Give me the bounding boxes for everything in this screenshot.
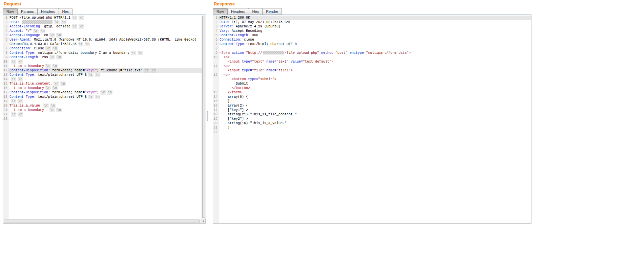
code-line[interactable]: <input type="text" name="text" value="te… xyxy=(213,60,531,64)
code-line[interactable]: 23 xyxy=(3,117,202,121)
response-tab-hex[interactable]: Hex xyxy=(249,8,263,15)
arrow-down-icon: ▾ xyxy=(203,220,204,222)
code-line[interactable]: 2Date: Fri, 07 May 2021 08:26:15 GMT xyxy=(213,20,531,24)
code-line[interactable]: 3Accept-Encoding: gzip, deflate\r\n xyxy=(3,24,202,29)
request-editor[interactable]: 1POST /file_upload.php HTTP/1.1\r\n2Host… xyxy=(3,15,206,224)
code-line[interactable]: 6Connection: close xyxy=(213,38,531,42)
code-line[interactable]: 21--I_am_a_boundary--\r\n xyxy=(3,108,202,112)
code-text: Accept: */*\r\n xyxy=(8,29,202,33)
request-scroll-down-button[interactable]: ▾ xyxy=(202,219,206,223)
code-line[interactable]: 1HTTP/1.1 200 OK xyxy=(213,16,531,20)
code-text: <p> xyxy=(219,73,531,77)
code-line[interactable]: 20This_is_a_value.\r\n xyxy=(3,104,202,108)
code-line[interactable]: 1POST /file_upload.php HTTP/1.1\r\n xyxy=(3,16,202,20)
code-line[interactable]: 14 array(0) { xyxy=(213,95,531,99)
code-token: enctype= xyxy=(348,51,366,55)
request-tab-headers[interactable]: Headers xyxy=(37,8,59,15)
code-line[interactable]: 3Server: Apache/2.4.29 (Ubuntu) xyxy=(213,24,531,29)
code-token: --I_am_a_boundary-- xyxy=(9,108,48,112)
code-line[interactable]: 8Content-Type: multipart/form-data; boun… xyxy=(3,51,202,55)
code-token: --I_am_a_boundary xyxy=(9,64,44,68)
code-token: "file" xyxy=(252,69,264,72)
panel-splitter[interactable] xyxy=(206,15,213,224)
code-text: ["key2"]=> xyxy=(219,117,531,121)
crlf-marker: \r xyxy=(49,55,55,60)
code-line[interactable]: 5Content-Length: 366 xyxy=(213,33,531,38)
code-line[interactable]: 17Content-Disposition: form-data; name="… xyxy=(3,90,202,95)
request-horizontal-scrollbar[interactable] xyxy=(3,219,202,223)
code-line[interactable]: Submit xyxy=(213,82,531,86)
code-line[interactable]: 6User-Agent: Mozilla/5.0 (Windows NT 10.… xyxy=(3,38,202,42)
code-text: string(21) "This_is_file_content." xyxy=(219,112,531,117)
request-horizontal-scroll-thumb[interactable] xyxy=(4,220,200,223)
code-line[interactable]: 12Content-Disposition: form-data; name="… xyxy=(3,68,202,73)
request-tab-raw[interactable]: Raw xyxy=(3,8,18,15)
response-code-area[interactable]: 1HTTP/1.1 200 OK2Date: Fri, 07 May 2021 … xyxy=(213,16,531,223)
code-line[interactable]: 15 } xyxy=(213,99,531,104)
code-token: <p> xyxy=(224,73,230,77)
code-line[interactable]: 8 xyxy=(213,46,531,51)
line-number: 6 xyxy=(213,38,219,42)
request-vertical-scroll-thumb[interactable] xyxy=(202,16,205,218)
crlf-marker: \n xyxy=(18,60,23,64)
code-line[interactable]: 12 <p> xyxy=(213,73,531,77)
code-line[interactable]: 20 string(16) "This_is_a_value." xyxy=(213,121,531,125)
request-tab-params[interactable]: Params xyxy=(17,8,38,15)
line-number: 1 xyxy=(213,16,219,20)
code-token: Vary: xyxy=(220,29,230,33)
code-line[interactable]: 11--I_am_a_boundary\r\n xyxy=(3,64,202,68)
line-number: 11 xyxy=(3,64,8,68)
code-line[interactable]: 11 <p> xyxy=(213,64,531,68)
code-line[interactable]: 9<form action="http:///file_upload.php" … xyxy=(213,51,531,55)
code-line[interactable]: 7Connection: close\r\n xyxy=(3,46,202,51)
code-line[interactable]: 17 ["key1"]=> xyxy=(213,108,531,112)
line-number: 8 xyxy=(3,51,8,55)
crlf-marker: \n xyxy=(52,46,58,51)
code-line[interactable]: 16 array(2) { xyxy=(213,104,531,108)
response-tab-headers[interactable]: Headers xyxy=(227,8,249,15)
code-token: gzip, deflate xyxy=(42,25,70,28)
code-line[interactable]: 15This_is_file_content.\r\n xyxy=(3,82,202,86)
code-line[interactable]: Chrome/83.0.4103.61 Safari/537.36\r\n xyxy=(3,42,202,46)
code-line[interactable]: 22\r\n xyxy=(3,112,202,117)
code-line[interactable]: 4Accept: */*\r\n xyxy=(3,29,202,33)
request-code-area[interactable]: 1POST /file_upload.php HTTP/1.1\r\n2Host… xyxy=(3,16,202,219)
crlf-marker: \n xyxy=(56,55,62,60)
code-line[interactable]: 21 } xyxy=(213,125,531,130)
code-line[interactable]: 19\r\n xyxy=(3,99,202,104)
request-tab-hex[interactable]: Hex xyxy=(59,8,73,15)
code-line[interactable]: 4Vary: Accept-Encoding xyxy=(213,29,531,33)
line-number: 7 xyxy=(3,46,8,51)
code-line[interactable]: 16--I_am_a_boundary\r\n xyxy=(3,86,202,90)
code-line[interactable]: 18Content-Type: text/plain;charset=UTF-8… xyxy=(3,95,202,99)
code-line[interactable]: 10 <p> xyxy=(213,55,531,60)
code-token: <form xyxy=(220,51,230,55)
code-line[interactable]: 19 ["key2"]=> xyxy=(213,117,531,121)
code-text: </form> xyxy=(219,90,531,95)
code-line[interactable]: 10\r\n xyxy=(3,60,202,64)
code-token: "multipart/form-data" xyxy=(366,51,409,55)
code-line[interactable]: 5Accept-Language: en\r\n xyxy=(3,33,202,38)
code-line[interactable]: 7Content-Type: text/html; charset=UTF-8 xyxy=(213,42,531,46)
code-line[interactable]: <button type="submit"> xyxy=(213,77,531,82)
code-token: text/plain;charset=UTF-8 xyxy=(36,73,87,77)
code-token: HTTP/1.1 200 OK xyxy=(220,16,250,20)
code-line[interactable]: 14\r\n xyxy=(3,77,202,82)
request-vertical-scrollbar[interactable] xyxy=(202,15,206,219)
code-line[interactable]: 9Content-Length: 299\r\n xyxy=(3,55,202,60)
code-line[interactable]: 13Content-Type: text/plain;charset=UTF-8… xyxy=(3,73,202,77)
code-line[interactable]: 18 string(21) "This_is_file_content." xyxy=(213,112,531,117)
response-tab-raw[interactable]: Raw xyxy=(213,8,228,15)
response-tab-render[interactable]: Render xyxy=(262,8,282,15)
code-text xyxy=(219,46,531,51)
code-text: string(16) "This_is_a_value." xyxy=(219,121,531,125)
crlf-marker: \r xyxy=(11,60,16,64)
code-line[interactable]: 13 </form> xyxy=(213,90,531,95)
code-token: </button> xyxy=(232,86,250,90)
code-line[interactable]: </button> xyxy=(213,86,531,90)
code-line[interactable]: 2Host: \r\n xyxy=(3,20,202,24)
code-token: <input xyxy=(228,69,240,72)
response-editor[interactable]: 1HTTP/1.1 200 OK2Date: Fri, 07 May 2021 … xyxy=(213,15,532,224)
code-line[interactable]: <input type="file" name="file1"> xyxy=(213,68,531,73)
code-line[interactable]: 22 xyxy=(213,130,531,134)
